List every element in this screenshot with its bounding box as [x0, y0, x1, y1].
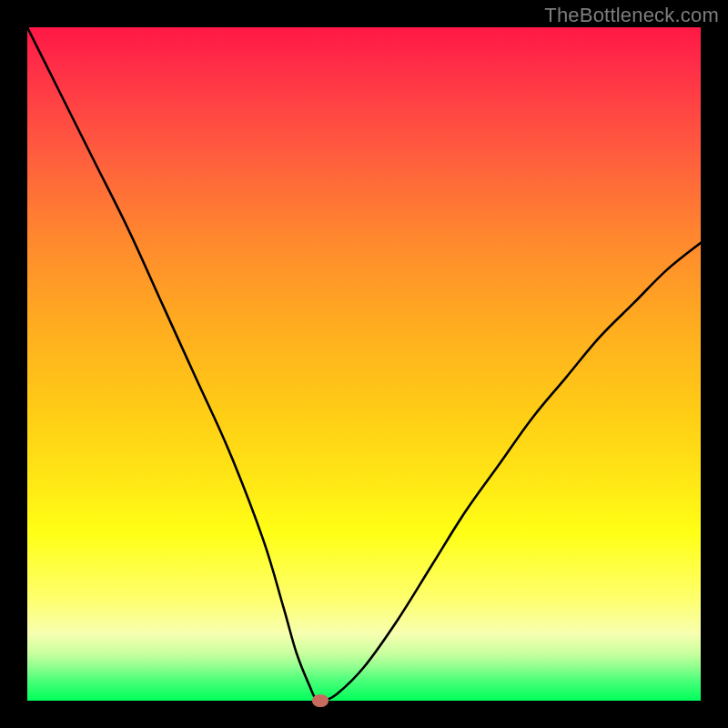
- optimum-marker: [312, 694, 329, 707]
- bottleneck-curve-path: [27, 27, 701, 701]
- watermark-text: TheBottleneck.com: [544, 4, 719, 27]
- plot-area: [27, 27, 701, 701]
- chart-frame: TheBottleneck.com: [0, 0, 728, 728]
- curve-svg: [27, 27, 701, 701]
